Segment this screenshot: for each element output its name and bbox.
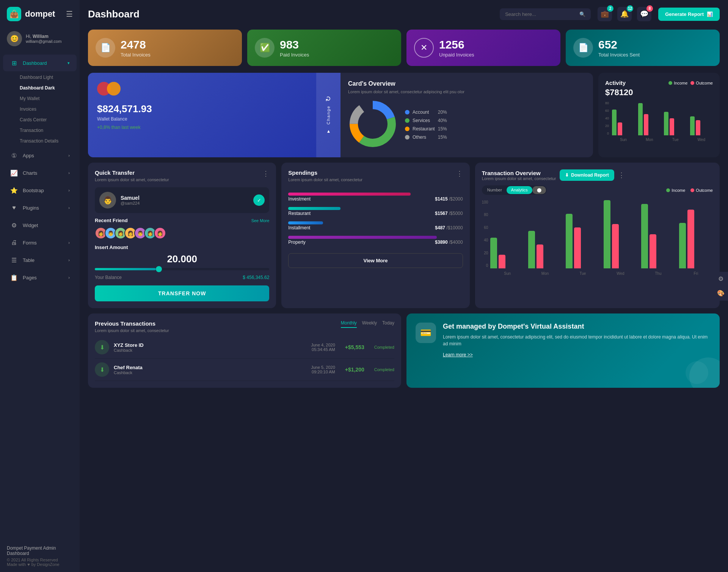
- search-icon[interactable]: 🔍: [579, 11, 585, 17]
- sidebar-item-forms[interactable]: 🖨 Forms ›: [3, 234, 77, 251]
- bell-button[interactable]: 🔔 12: [617, 7, 632, 21]
- logo-icon: 👜: [7, 7, 21, 21]
- bell-badge: 12: [627, 5, 633, 12]
- spending-bar-restaurant: [288, 207, 340, 210]
- transfer-amount: 20.000: [95, 253, 269, 265]
- income-dot: [668, 81, 672, 85]
- quick-transfer-title: Quick Transfer: [95, 169, 169, 176]
- sidebar-item-widget[interactable]: ⚙ Widget: [3, 217, 77, 234]
- txn-legend: Number Analytics ⬤ Income Outcome: [482, 185, 713, 195]
- big-day-tue: Tue: [566, 271, 599, 276]
- txn-header: Transaction Overview Lorem ipsum dolor s…: [482, 169, 713, 181]
- day-label-sun: Sun: [612, 138, 635, 142]
- sidebar-item-table[interactable]: ☰ Table ›: [3, 252, 77, 268]
- day-label-tue: Tue: [664, 138, 687, 142]
- prev-txn-title: Previous Transactions: [95, 320, 169, 327]
- txn-status-2: Completed: [374, 367, 394, 372]
- big-day-sun: Sun: [490, 271, 524, 276]
- sidebar-item-dashboard[interactable]: ⊞ Dashboard ▾: [3, 55, 77, 71]
- search-bar: 🔍: [500, 8, 591, 20]
- spending-property: Property $3890 /$4000: [288, 236, 463, 245]
- palette-float-button[interactable]: 🎨: [714, 286, 728, 301]
- friend-avatar-7[interactable]: 👩: [154, 227, 166, 239]
- total-sent-number: 652: [598, 38, 640, 51]
- sidebar-item-plugins[interactable]: ♥ Plugins ›: [3, 199, 77, 216]
- virtual-assistant-card: 💳 Get managed by Dompet's Virtual Assist…: [406, 313, 720, 388]
- subnav-transaction-details[interactable]: Transaction Details: [0, 136, 80, 146]
- outcome-bar-tue: [670, 118, 674, 135]
- made-with: Made with ♥ by DesignZone: [7, 562, 73, 567]
- sidebar-item-pages[interactable]: 📋 Pages ›: [3, 269, 77, 286]
- va-icon: 💳: [416, 323, 436, 343]
- plugins-icon: ♥: [10, 204, 18, 212]
- activity-chart: 80 60 40 20 0: [605, 101, 713, 143]
- view-more-button[interactable]: View More: [288, 253, 463, 268]
- three-dots-icon[interactable]: ⋮: [262, 169, 269, 178]
- txn-amount-1: +$5,553: [345, 344, 364, 350]
- legend-label-account: Account: [413, 110, 429, 115]
- outcome-legend: Outcome: [690, 81, 713, 85]
- big-bar-group-tue: [566, 214, 599, 268]
- table-row: ⬇ XYZ Store ID Cashback June 4, 2020 05:…: [95, 336, 394, 359]
- change-button[interactable]: ↻ Change ▾: [316, 73, 340, 157]
- settings-float-button[interactable]: ⚙: [714, 272, 728, 286]
- briefcase-button[interactable]: 💼 2: [598, 7, 612, 21]
- spending-amount-property: $3890 /$4000: [435, 240, 463, 245]
- briefcase-badge: 2: [607, 5, 613, 12]
- big-outcome-bar-tue: [574, 227, 581, 268]
- avatar: 😊: [7, 31, 22, 46]
- subnav-transaction[interactable]: Transaction: [0, 125, 80, 136]
- subnav-dashboard-light[interactable]: Dashboard Light: [0, 72, 80, 83]
- tab-today[interactable]: Today: [382, 320, 394, 328]
- previous-transactions-panel: Previous Transactions Lorem ipsum dolor …: [88, 313, 401, 388]
- y-label: 40: [605, 116, 609, 120]
- overview-panel: Card's Overview Lorem ipsum dolor sit am…: [340, 73, 593, 157]
- y-40: 40: [482, 238, 488, 242]
- sidebar-item-bootstrap[interactable]: ⭐ Bootstrap ›: [3, 182, 77, 199]
- logo-text: dompet: [25, 9, 55, 19]
- y-label: 0: [605, 132, 609, 135]
- toggle-number[interactable]: Number: [483, 186, 507, 194]
- stat-card-paid-invoices: ✅ 983 Paid Invoices: [247, 30, 401, 66]
- va-learn-more-link[interactable]: Learn more >>: [443, 352, 473, 357]
- big-day-wed: Wed: [604, 271, 637, 276]
- sidebar-item-charts[interactable]: 📈 Charts ›: [3, 165, 77, 181]
- sidebar-item-label: Pages: [23, 275, 37, 281]
- big-outcome-bar-thu: [650, 234, 656, 268]
- user-name: William: [33, 34, 49, 39]
- chat-button[interactable]: 💬 8: [637, 7, 651, 21]
- legend-pct-restaurant: 15%: [438, 126, 447, 132]
- toggle-grey[interactable]: ⬤: [532, 186, 546, 194]
- sidebar-item-apps[interactable]: ① Apps ›: [3, 147, 77, 164]
- wallet-balance-amount: $824,571.93: [97, 103, 331, 115]
- big-bar-group-sun: [490, 238, 524, 268]
- download-report-button[interactable]: ⬇ Download Report: [560, 169, 614, 181]
- y-60: 60: [482, 226, 488, 230]
- hamburger-icon[interactable]: ☰: [66, 9, 73, 19]
- generate-report-button[interactable]: Generate Report 📊: [658, 8, 720, 21]
- amount-slider[interactable]: [95, 268, 269, 270]
- total-invoices-number: 2478: [121, 38, 151, 51]
- big-income-bar-thu: [641, 204, 648, 268]
- tab-monthly[interactable]: Monthly: [341, 320, 357, 328]
- legend-others: Others 15%: [405, 135, 447, 140]
- subnav-dashboard-dark[interactable]: Dashboard Dark: [0, 83, 80, 93]
- txn-info-1: XYZ Store ID Cashback: [114, 342, 144, 353]
- toggle-analytics[interactable]: Analytics: [507, 186, 532, 194]
- user-section: 😊 Hi, William william@gmail.com: [0, 27, 80, 52]
- subnav-cards-center[interactable]: Cards Center: [0, 114, 80, 125]
- sidebar-logo: 👜 dompet ☰: [0, 0, 80, 27]
- tab-weekly[interactable]: Weekly: [362, 320, 377, 328]
- transfer-now-button[interactable]: TRANSFER NOW: [95, 285, 269, 301]
- see-more-link[interactable]: See More: [251, 218, 270, 223]
- search-input[interactable]: [505, 11, 576, 17]
- sidebar-item-label: Charts: [23, 170, 37, 176]
- subnav-invoices[interactable]: Invoices: [0, 104, 80, 114]
- income-bar-sun: [612, 110, 617, 135]
- outcome-bar-mon: [644, 114, 648, 135]
- sidebar-item-label: Table: [23, 257, 35, 263]
- svg-point-4: [358, 110, 387, 138]
- three-dots-icon[interactable]: ⋮: [618, 171, 625, 179]
- subnav-my-wallet[interactable]: My Wallet: [0, 93, 80, 104]
- three-dots-icon[interactable]: ⋮: [456, 169, 463, 178]
